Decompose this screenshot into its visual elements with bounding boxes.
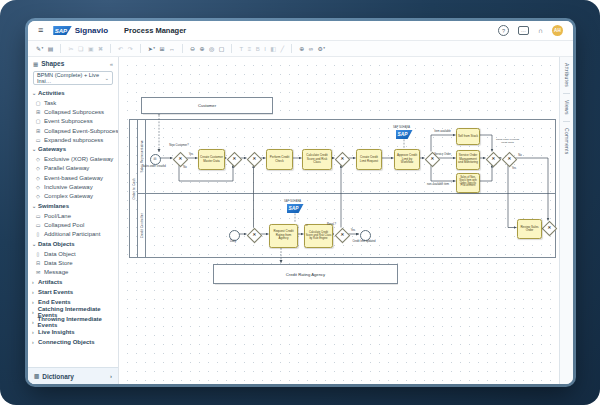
sidebar-section-activities[interactable]: ⌄Activities — [28, 88, 118, 98]
headset-icon[interactable]: ∩ — [538, 27, 543, 34]
section-label: Artifacts — [38, 279, 62, 285]
lane-credit-controller[interactable]: Credit Controller — [138, 194, 555, 257]
brand-logo[interactable]: SAP Signavio — [53, 26, 108, 35]
panel-tab-views[interactable]: Views — [564, 100, 570, 115]
label-no: No — [180, 166, 190, 169]
sidebar-item-event-based-gateway[interactable]: ◇Event-based Gateway — [28, 173, 118, 182]
task-service-order-management[interactable]: Service Order Management and Monitoring — [456, 150, 480, 170]
panel-tab-comments[interactable]: Comments — [564, 128, 570, 155]
collapsed-subprocess-icon: ⊞ — [35, 109, 41, 115]
sidebar-item-expanded-subprocess[interactable]: ▭Expanded subprocess — [28, 135, 118, 144]
sidebar-item-complex-gateway[interactable]: ◇Complex Gateway — [28, 192, 118, 201]
redo-icon: ↷ — [128, 46, 133, 52]
sidebar-section-live-insights[interactable]: ›Live Insights — [28, 327, 118, 337]
chevron-down-icon: ⌄ — [32, 90, 36, 96]
link-icon[interactable]: ∞ — [309, 46, 313, 52]
task-calculate-credit-score[interactable]: Calculate Credit Score and Risk Class — [302, 149, 332, 170]
item-label: Message — [44, 269, 68, 275]
settings-icon[interactable]: ⚙▾ — [317, 46, 325, 52]
chevron-right-icon: › — [32, 299, 36, 305]
task-request-credit-rating[interactable]: Request Credit Rating from Agency — [269, 224, 298, 248]
help-icon[interactable]: ? — [498, 25, 509, 36]
item-label: Collapsed Event-Subprocess — [44, 128, 118, 134]
edit-mode-icon[interactable]: ✎▾ — [36, 46, 43, 52]
sidebar-item-exclusive-xor-gateway[interactable]: ◇Exclusive (XOR) Gateway — [28, 154, 118, 163]
sidebar-section-swimlanes[interactable]: ⌄Swimlanes — [28, 201, 118, 211]
chevron-right-icon: › — [110, 373, 112, 379]
start-event-daily[interactable] — [229, 230, 240, 241]
task-perform-credit-check[interactable]: Perform Credit Check — [266, 149, 293, 170]
pool-customer[interactable]: Customer — [141, 97, 273, 114]
sidebar-section-connecting-objects[interactable]: ›Connecting Objects — [28, 337, 118, 347]
dictionary-icon: ▥ — [34, 373, 39, 379]
shapes-panel-title: Shapes — [41, 60, 64, 67]
section-label: Activities — [38, 90, 65, 96]
sidebar-item-inclusive-gateway[interactable]: ◇Inclusive Gateway — [28, 182, 118, 191]
collapse-panel-icon[interactable]: « — [110, 61, 113, 67]
zoom-actual-icon[interactable]: ◎ — [209, 46, 214, 52]
sidebar-section-throwing-intermediate-events[interactable]: ›Throwing Intermediate Events — [28, 317, 118, 327]
sap-logo-icon: SAP — [53, 26, 72, 35]
chevron-down-icon: ⌄ — [32, 203, 36, 209]
sidebar-item-message[interactable]: ✉Message — [28, 267, 118, 276]
item-label: Collapsed Pool — [44, 222, 84, 228]
task-sales-nonstock-item[interactable]: Sales of Non-Stock Item with Order-Speci… — [456, 173, 480, 193]
sidebar-item-data-object[interactable]: ▯Data Object — [28, 249, 118, 258]
dictionary-bar[interactable]: ▥ Dictionary › — [28, 367, 118, 384]
task-calculate-score-rule-engine[interactable]: ⚙ Calculate Credit Score and Risk Class … — [304, 224, 333, 248]
globe-icon[interactable]: ⊕ — [299, 46, 304, 52]
end-event[interactable] — [360, 230, 371, 241]
feedback-icon[interactable]: ⋯ — [518, 26, 529, 35]
shapes-sidebar: ▦ Shapes « BPMN (Complete) + Live Insi… … — [28, 57, 119, 384]
xor-icon: ✕ — [338, 155, 347, 164]
hamburger-menu-icon[interactable]: ≡ — [38, 26, 43, 35]
task-approve-credit-limit[interactable]: Approve Credit Limit by Workflow — [394, 149, 420, 170]
item-label: Event-based Gateway — [44, 175, 103, 181]
toolbar-separator — [182, 44, 183, 53]
zoom-in-icon[interactable]: ⊕ — [200, 46, 205, 52]
panel-tab-attributes[interactable]: Attributes — [564, 63, 570, 87]
zoom-fit-icon[interactable]: ▢ — [219, 46, 225, 52]
dictionary-label: Dictionary — [42, 373, 74, 380]
copy-icon: ❏ — [78, 46, 83, 52]
shape-profile-dropdown[interactable]: BPMN (Complete) + Live Insi… ⌄ — [33, 71, 113, 85]
toolbar-separator — [110, 44, 111, 53]
sidebar-item-collapsed-subprocess[interactable]: ⊞Collapsed Subprocess — [28, 107, 118, 116]
sidebar-item-event-subprocess[interactable]: ▢Event Subprocess — [28, 117, 118, 126]
pool-lane-icon: ▭ — [35, 213, 41, 219]
print-icon[interactable]: ▤ — [48, 46, 54, 52]
event-based-gateway-icon: ◇ — [35, 175, 41, 181]
section-label: Live Insights — [38, 329, 75, 335]
sidebar-section-gateways[interactable]: ⌄Gateways — [28, 144, 118, 154]
snap-grid-icon[interactable]: ⊞ — [159, 46, 164, 52]
zoom-out-icon[interactable]: ⊖ — [190, 46, 195, 52]
select-icon[interactable]: ➤▾ — [148, 46, 155, 52]
task-label: Calculate Credit Score and Risk Class by… — [306, 231, 332, 240]
pool-credit-rating-agency[interactable]: Credit Rating Agency — [213, 264, 398, 284]
sidebar-item-pool-lane[interactable]: ▭Pool/Lane — [28, 211, 118, 220]
sidebar-section-start-events[interactable]: ›Start Events — [28, 287, 118, 297]
label-yes: Yes — [509, 167, 519, 170]
task-review-sales-order[interactable]: Review Sales Order — [517, 219, 542, 239]
task-create-customer-master-data[interactable]: Create Customer Master Data — [198, 149, 225, 170]
sidebar-item-data-store[interactable]: ⊟Data Store — [28, 258, 118, 267]
task-create-credit-limit-request[interactable]: Create Credit Limit Request — [356, 149, 382, 170]
inclusive-gateway-icon: ◇ — [35, 184, 41, 190]
lane-bottom-label: Credit Controller — [140, 213, 144, 238]
xor-icon: ✕ — [505, 155, 514, 164]
sidebar-section-data-objects[interactable]: ⌄Data Objects — [28, 239, 118, 249]
start-event-message[interactable]: ✉ — [150, 154, 161, 165]
sidebar-item-collapsed-pool[interactable]: ▭Collapsed Pool — [28, 220, 118, 229]
item-label: Complex Gateway — [44, 193, 93, 199]
diagram-canvas[interactable]: Customer Order to Cash Sales Representat… — [119, 57, 559, 384]
sidebar-item-parallel-gateway[interactable]: ◇Parallel Gateway — [28, 164, 118, 173]
item-label: Data Store — [44, 260, 73, 266]
sidebar-section-artifacts[interactable]: ›Artifacts — [28, 277, 118, 287]
avatar[interactable]: AH — [552, 25, 563, 36]
fit-width-icon[interactable]: ↔ — [169, 46, 175, 52]
task-sell-from-stock[interactable]: Sell from Stock — [456, 128, 480, 145]
sidebar-item-additional-participant[interactable]: ▯Additional Participant — [28, 230, 118, 239]
sidebar-item-task[interactable]: ▢Task — [28, 98, 118, 107]
sidebar-item-collapsed-event-subprocess[interactable]: ⊞Collapsed Event-Subprocess — [28, 126, 118, 135]
label-reval: Reval.? — [325, 223, 338, 226]
